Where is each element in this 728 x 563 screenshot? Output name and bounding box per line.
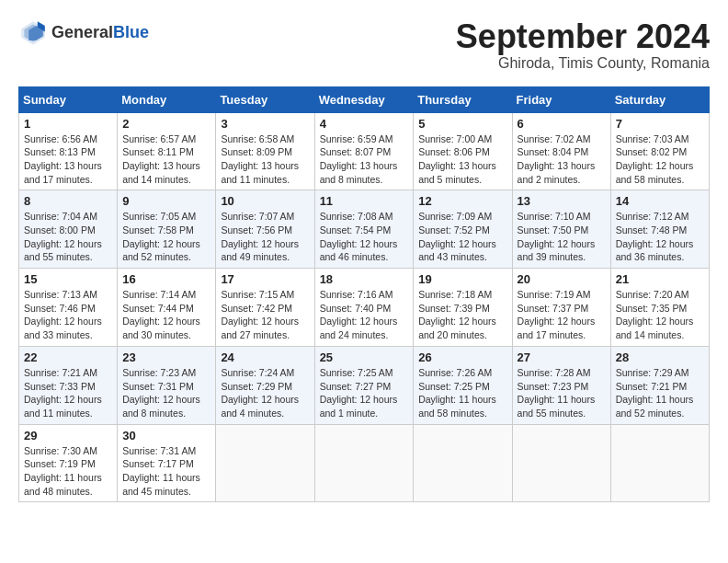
calendar-cell: 24Sunrise: 7:24 AMSunset: 7:29 PMDayligh… <box>216 346 314 424</box>
calendar-cell: 16Sunrise: 7:14 AMSunset: 7:44 PMDayligh… <box>118 269 216 347</box>
day-info: Sunrise: 7:19 AMSunset: 7:37 PMDaylight:… <box>518 288 606 342</box>
calendar-cell: 9Sunrise: 7:05 AMSunset: 7:58 PMDaylight… <box>118 190 216 269</box>
calendar-cell: 30Sunrise: 7:31 AMSunset: 7:17 PMDayligh… <box>118 424 216 502</box>
page-header: GeneralBlue September 2024 Ghiroda, Timi… <box>18 18 710 72</box>
day-info: Sunrise: 7:21 AMSunset: 7:33 PMDaylight:… <box>24 366 112 420</box>
day-info: Sunrise: 7:15 AMSunset: 7:42 PMDaylight:… <box>221 288 309 342</box>
day-info: Sunrise: 7:00 AMSunset: 8:06 PMDaylight:… <box>418 132 506 187</box>
calendar-week-row: 1Sunrise: 6:56 AMSunset: 8:13 PMDaylight… <box>19 112 710 190</box>
day-number: 23 <box>122 350 210 364</box>
day-number: 20 <box>518 272 606 286</box>
day-info: Sunrise: 7:29 AMSunset: 7:21 PMDaylight:… <box>616 366 704 420</box>
calendar-cell: 5Sunrise: 7:00 AMSunset: 8:06 PMDaylight… <box>414 112 512 190</box>
calendar-cell: 25Sunrise: 7:25 AMSunset: 7:27 PMDayligh… <box>314 346 414 424</box>
day-info: Sunrise: 7:12 AMSunset: 7:48 PMDaylight:… <box>616 210 704 264</box>
day-info: Sunrise: 7:07 AMSunset: 7:56 PMDaylight:… <box>221 210 309 264</box>
weekday-header-sunday: Sunday <box>19 86 118 112</box>
calendar-cell: 20Sunrise: 7:19 AMSunset: 7:37 PMDayligh… <box>512 269 610 347</box>
day-info: Sunrise: 7:26 AMSunset: 7:25 PMDaylight:… <box>418 366 506 420</box>
weekday-header-wednesday: Wednesday <box>314 86 414 112</box>
calendar-cell: 26Sunrise: 7:26 AMSunset: 7:25 PMDayligh… <box>414 346 512 424</box>
weekday-header-row: SundayMondayTuesdayWednesdayThursdayFrid… <box>19 86 710 112</box>
day-number: 4 <box>320 117 409 131</box>
day-info: Sunrise: 7:18 AMSunset: 7:39 PMDaylight:… <box>418 288 506 342</box>
day-info: Sunrise: 7:10 AMSunset: 7:50 PMDaylight:… <box>518 210 606 264</box>
calendar-table: SundayMondayTuesdayWednesdayThursdayFrid… <box>18 86 710 503</box>
day-number: 28 <box>616 350 704 364</box>
day-number: 25 <box>320 350 409 364</box>
calendar-cell <box>512 424 610 502</box>
month-title: September 2024 <box>456 18 710 55</box>
calendar-cell <box>610 424 709 502</box>
calendar-cell: 10Sunrise: 7:07 AMSunset: 7:56 PMDayligh… <box>216 190 314 269</box>
calendar-cell: 27Sunrise: 7:28 AMSunset: 7:23 PMDayligh… <box>512 346 610 424</box>
weekday-header-monday: Monday <box>118 86 216 112</box>
weekday-header-saturday: Saturday <box>610 86 709 112</box>
day-number: 1 <box>24 117 112 131</box>
weekday-header-thursday: Thursday <box>414 86 512 112</box>
calendar-cell: 2Sunrise: 6:57 AMSunset: 8:11 PMDaylight… <box>118 112 216 190</box>
day-info: Sunrise: 7:13 AMSunset: 7:46 PMDaylight:… <box>24 288 112 342</box>
calendar-cell: 15Sunrise: 7:13 AMSunset: 7:46 PMDayligh… <box>19 269 118 347</box>
day-info: Sunrise: 7:02 AMSunset: 8:04 PMDaylight:… <box>518 132 606 187</box>
calendar-cell: 29Sunrise: 7:30 AMSunset: 7:19 PMDayligh… <box>19 424 118 502</box>
title-block: September 2024 Ghiroda, Timis County, Ro… <box>456 18 710 72</box>
logo: GeneralBlue <box>18 18 149 48</box>
day-number: 26 <box>418 350 506 364</box>
calendar-cell <box>216 424 314 502</box>
day-number: 21 <box>616 272 704 286</box>
day-number: 7 <box>616 117 704 131</box>
day-info: Sunrise: 6:58 AMSunset: 8:09 PMDaylight:… <box>221 132 309 187</box>
day-info: Sunrise: 7:24 AMSunset: 7:29 PMDaylight:… <box>221 366 309 420</box>
calendar-cell: 23Sunrise: 7:23 AMSunset: 7:31 PMDayligh… <box>118 346 216 424</box>
day-number: 11 <box>320 194 409 208</box>
day-info: Sunrise: 7:05 AMSunset: 7:58 PMDaylight:… <box>122 210 210 264</box>
calendar-cell: 21Sunrise: 7:20 AMSunset: 7:35 PMDayligh… <box>610 269 709 347</box>
calendar-cell: 19Sunrise: 7:18 AMSunset: 7:39 PMDayligh… <box>414 269 512 347</box>
calendar-cell: 22Sunrise: 7:21 AMSunset: 7:33 PMDayligh… <box>19 346 118 424</box>
day-info: Sunrise: 7:30 AMSunset: 7:19 PMDaylight:… <box>24 444 112 499</box>
day-number: 10 <box>221 194 309 208</box>
day-number: 2 <box>122 117 210 131</box>
logo-general: General <box>51 23 113 43</box>
calendar-week-row: 22Sunrise: 7:21 AMSunset: 7:33 PMDayligh… <box>19 346 710 424</box>
day-info: Sunrise: 6:56 AMSunset: 8:13 PMDaylight:… <box>24 132 112 187</box>
day-info: Sunrise: 7:25 AMSunset: 7:27 PMDaylight:… <box>320 366 409 420</box>
day-info: Sunrise: 7:14 AMSunset: 7:44 PMDaylight:… <box>122 288 210 342</box>
day-number: 18 <box>320 272 409 286</box>
day-info: Sunrise: 6:57 AMSunset: 8:11 PMDaylight:… <box>122 132 210 187</box>
day-number: 9 <box>122 194 210 208</box>
calendar-cell: 6Sunrise: 7:02 AMSunset: 8:04 PMDaylight… <box>512 112 610 190</box>
calendar-week-row: 29Sunrise: 7:30 AMSunset: 7:19 PMDayligh… <box>19 424 710 502</box>
day-number: 12 <box>418 194 506 208</box>
calendar-week-row: 8Sunrise: 7:04 AMSunset: 8:00 PMDaylight… <box>19 190 710 269</box>
day-number: 30 <box>122 429 210 442</box>
day-info: Sunrise: 7:04 AMSunset: 8:00 PMDaylight:… <box>24 210 112 264</box>
day-info: Sunrise: 7:16 AMSunset: 7:40 PMDaylight:… <box>320 288 409 342</box>
calendar-cell <box>414 424 512 502</box>
day-info: Sunrise: 6:59 AMSunset: 8:07 PMDaylight:… <box>320 132 409 187</box>
day-number: 6 <box>518 117 606 131</box>
calendar-cell: 13Sunrise: 7:10 AMSunset: 7:50 PMDayligh… <box>512 190 610 269</box>
calendar-cell: 7Sunrise: 7:03 AMSunset: 8:02 PMDaylight… <box>610 112 709 190</box>
day-number: 19 <box>418 272 506 286</box>
calendar-cell: 11Sunrise: 7:08 AMSunset: 7:54 PMDayligh… <box>314 190 414 269</box>
day-info: Sunrise: 7:09 AMSunset: 7:52 PMDaylight:… <box>418 210 506 264</box>
day-number: 29 <box>24 429 112 442</box>
calendar-cell: 8Sunrise: 7:04 AMSunset: 8:00 PMDaylight… <box>19 190 118 269</box>
calendar-cell: 1Sunrise: 6:56 AMSunset: 8:13 PMDaylight… <box>19 112 118 190</box>
logo-text-block: GeneralBlue <box>51 23 149 43</box>
calendar-cell: 28Sunrise: 7:29 AMSunset: 7:21 PMDayligh… <box>610 346 709 424</box>
day-number: 14 <box>616 194 704 208</box>
day-number: 17 <box>221 272 309 286</box>
day-number: 15 <box>24 272 112 286</box>
day-number: 5 <box>418 117 506 131</box>
day-info: Sunrise: 7:20 AMSunset: 7:35 PMDaylight:… <box>616 288 704 342</box>
calendar-cell: 12Sunrise: 7:09 AMSunset: 7:52 PMDayligh… <box>414 190 512 269</box>
day-number: 24 <box>221 350 309 364</box>
day-number: 8 <box>24 194 112 208</box>
day-info: Sunrise: 7:03 AMSunset: 8:02 PMDaylight:… <box>616 132 704 187</box>
calendar-cell: 4Sunrise: 6:59 AMSunset: 8:07 PMDaylight… <box>314 112 414 190</box>
day-info: Sunrise: 7:28 AMSunset: 7:23 PMDaylight:… <box>518 366 606 420</box>
weekday-header-friday: Friday <box>512 86 610 112</box>
